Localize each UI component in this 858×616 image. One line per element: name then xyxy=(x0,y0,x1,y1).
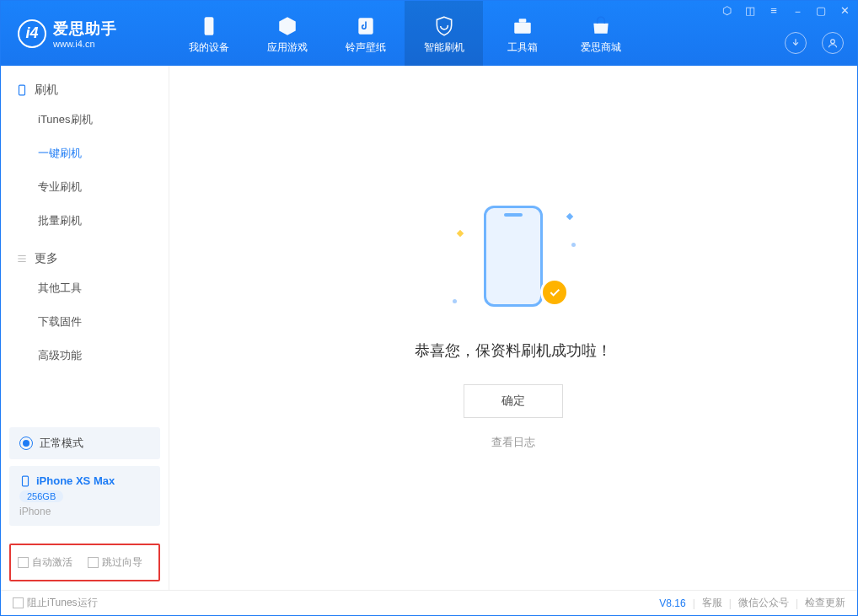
footer-link-update[interactable]: 检查更新 xyxy=(805,596,845,610)
nav-flash[interactable]: 智能刷机 xyxy=(405,1,483,66)
close-button[interactable]: ✕ xyxy=(837,4,852,19)
checkbox-icon xyxy=(88,557,99,568)
checkbox-label: 阻止iTunes运行 xyxy=(27,596,98,610)
view-log-link[interactable]: 查看日志 xyxy=(491,435,535,450)
group-title: 更多 xyxy=(35,251,58,266)
footer-link-support[interactable]: 客服 xyxy=(702,596,722,610)
device-icon xyxy=(198,15,220,37)
feedback-icon[interactable]: ◫ xyxy=(743,4,758,19)
sidebar: 刷机 iTunes刷机 一键刷机 专业刷机 批量刷机 更多 其他工具 下载固件 … xyxy=(1,66,169,590)
device-type: iPhone xyxy=(19,506,150,517)
bottom-options-highlighted: 自动激活 跳过向导 xyxy=(9,544,160,581)
sidebar-item-download-firmware[interactable]: 下载固件 xyxy=(38,305,169,339)
checkbox-icon xyxy=(18,557,29,568)
group-title: 刷机 xyxy=(35,83,58,98)
checkbox-block-itunes[interactable]: 阻止iTunes运行 xyxy=(13,596,98,610)
window-controls: ⬡ ◫ ≡ － ▢ ✕ xyxy=(719,4,852,19)
nav-toolbox[interactable]: 工具箱 xyxy=(483,1,561,66)
device-info-box[interactable]: iPhone XS Max 256GB iPhone xyxy=(9,466,160,526)
checkbox-skip-guide[interactable]: 跳过向导 xyxy=(88,555,142,570)
sidebar-item-onekey-flash[interactable]: 一键刷机 xyxy=(38,137,169,170)
sidebar-item-itunes-flash[interactable]: iTunes刷机 xyxy=(38,103,169,137)
sidebar-item-batch-flash[interactable]: 批量刷机 xyxy=(38,204,169,238)
svg-rect-6 xyxy=(23,476,29,486)
svg-rect-2 xyxy=(514,23,531,34)
nav-store[interactable]: 爱思商城 xyxy=(561,1,640,66)
store-icon xyxy=(590,15,612,37)
footer-link-wechat[interactable]: 微信公众号 xyxy=(738,596,789,610)
success-check-badge xyxy=(540,278,569,307)
sidebar-item-other-tools[interactable]: 其他工具 xyxy=(38,271,169,305)
main-nav: 我的设备 应用游戏 铃声壁纸 智能刷机 工具箱 爱思商城 xyxy=(169,1,640,66)
app-subtitle: www.i4.cn xyxy=(53,39,117,49)
app-header: i4 爱思助手 www.i4.cn 我的设备 应用游戏 铃声壁纸 智能刷机 工具… xyxy=(1,1,857,66)
ok-button[interactable]: 确定 xyxy=(464,384,563,418)
maximize-button[interactable]: ▢ xyxy=(813,4,829,19)
checkbox-auto-activate[interactable]: 自动激活 xyxy=(18,555,72,570)
nav-apps[interactable]: 应用游戏 xyxy=(248,1,326,66)
menu-icon[interactable]: ≡ xyxy=(766,4,781,19)
main-content: 恭喜您，保资料刷机成功啦！ 确定 查看日志 xyxy=(169,66,857,590)
svg-rect-3 xyxy=(518,19,526,22)
mode-indicator-icon xyxy=(19,437,33,450)
device-name: iPhone XS Max xyxy=(36,474,115,487)
download-button[interactable] xyxy=(785,32,807,54)
phone-icon xyxy=(16,84,28,96)
logo-area: i4 爱思助手 www.i4.cn xyxy=(1,1,169,66)
success-message: 恭喜您，保资料刷机成功啦！ xyxy=(415,340,612,361)
refresh-shield-icon xyxy=(433,15,455,37)
nav-label: 应用游戏 xyxy=(267,40,308,55)
cube-icon xyxy=(276,15,298,37)
nav-my-device[interactable]: 我的设备 xyxy=(169,1,248,66)
user-button[interactable] xyxy=(822,32,844,54)
sidebar-item-advanced[interactable]: 高级功能 xyxy=(38,339,169,372)
device-capacity: 256GB xyxy=(19,490,63,502)
phone-graphic xyxy=(484,206,543,307)
version-label: V8.16 xyxy=(659,597,685,609)
nav-label: 我的设备 xyxy=(189,40,229,55)
skin-icon[interactable]: ⬡ xyxy=(719,4,734,19)
checkbox-label: 自动激活 xyxy=(32,555,72,570)
sidebar-group-more: 更多 xyxy=(1,246,169,271)
music-icon xyxy=(355,15,377,37)
nav-ringtones[interactable]: 铃声壁纸 xyxy=(326,1,405,66)
toolbox-icon xyxy=(512,15,534,37)
nav-label: 智能刷机 xyxy=(424,40,464,55)
device-mode-box[interactable]: 正常模式 xyxy=(9,427,160,459)
app-title: 爱思助手 xyxy=(53,19,117,39)
status-bar: 阻止iTunes运行 V8.16 | 客服 | 微信公众号 | 检查更新 xyxy=(1,590,857,615)
sidebar-group-flash: 刷机 xyxy=(1,78,169,103)
minimize-button[interactable]: － xyxy=(790,4,805,19)
checkbox-icon xyxy=(13,597,24,608)
svg-rect-5 xyxy=(19,85,25,95)
success-illustration xyxy=(463,206,564,315)
device-mode: 正常模式 xyxy=(40,436,83,451)
svg-rect-0 xyxy=(204,17,213,35)
sidebar-item-pro-flash[interactable]: 专业刷机 xyxy=(38,170,169,204)
logo-icon: i4 xyxy=(18,19,46,48)
nav-label: 爱思商城 xyxy=(581,40,621,55)
phone-icon xyxy=(19,475,31,487)
nav-label: 工具箱 xyxy=(507,40,538,55)
list-icon xyxy=(16,253,28,265)
nav-label: 铃声壁纸 xyxy=(346,40,386,55)
svg-point-4 xyxy=(831,40,835,44)
checkbox-label: 跳过向导 xyxy=(102,555,142,570)
